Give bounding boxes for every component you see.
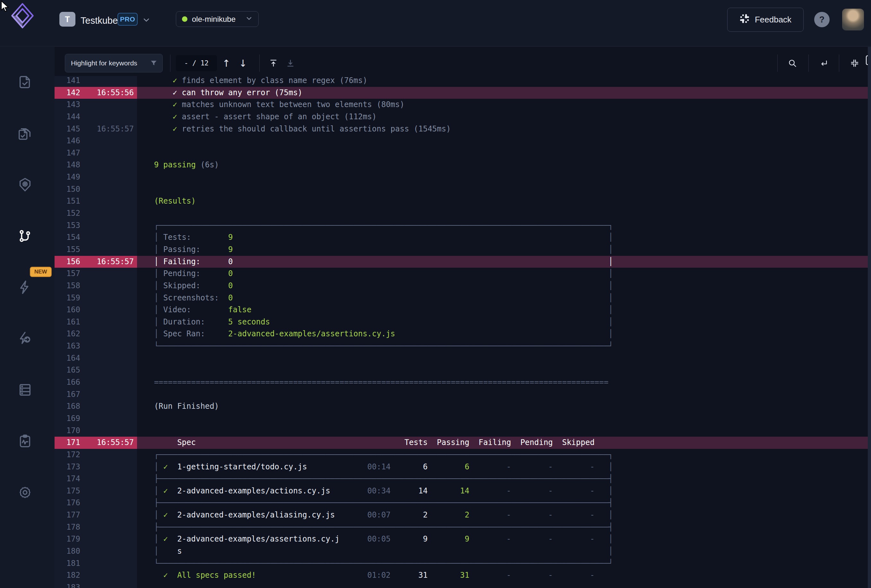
line-number[interactable]: 141 (55, 75, 80, 87)
log-line[interactable]: 164 (55, 352, 871, 364)
log-line[interactable]: 181 └───────────────────────────────────… (55, 558, 871, 570)
filter-funnel-icon[interactable] (150, 59, 158, 69)
line-number[interactable]: 164 (55, 352, 80, 364)
keyword-filter-input[interactable] (65, 54, 163, 72)
line-number[interactable]: 142 (55, 87, 80, 99)
org-chevron-down-icon[interactable] (142, 18, 150, 24)
line-number[interactable]: 160 (55, 304, 80, 316)
line-number[interactable]: 166 (55, 376, 80, 389)
line-number[interactable]: 165 (55, 364, 80, 376)
log-line[interactable]: 170 (55, 425, 871, 437)
log-line[interactable]: 163 └───────────────────────────────────… (55, 340, 871, 352)
line-number[interactable]: 145 (55, 123, 80, 135)
log-line[interactable]: 150 (55, 184, 871, 196)
line-number[interactable]: 161 (55, 316, 80, 328)
sidebar-item-test-workflows[interactable] (16, 227, 34, 245)
line-number[interactable]: 148 (55, 159, 80, 171)
log-line[interactable]: 152 (55, 207, 871, 219)
line-number[interactable]: 172 (55, 449, 80, 461)
line-number[interactable]: 168 (55, 400, 80, 413)
scroll-to-bottom-button[interactable] (282, 55, 299, 72)
line-number[interactable]: 182 (55, 569, 80, 582)
log-line[interactable]: 166 ====================================… (55, 376, 871, 389)
org-avatar[interactable]: T (59, 12, 75, 27)
line-number[interactable]: 181 (55, 558, 80, 570)
sidebar-item-executions[interactable] (16, 330, 34, 348)
feedback-button[interactable]: Feedback (727, 8, 804, 32)
log-line[interactable]: 167 (55, 389, 871, 401)
line-number[interactable]: 158 (55, 280, 80, 292)
user-avatar[interactable] (842, 9, 864, 30)
wrap-text-icon[interactable] (815, 55, 832, 72)
line-number[interactable]: 178 (55, 521, 80, 533)
line-number[interactable]: 167 (55, 389, 80, 401)
sidebar-item-settings[interactable] (16, 484, 34, 501)
log-line[interactable]: 162 │ Spec Ran: 2-advanced-examples/asse… (55, 328, 871, 340)
log-line[interactable]: 161 │ Duration: 5 seconds │ (55, 316, 871, 328)
line-number[interactable]: 146 (55, 135, 80, 147)
previous-match-button[interactable]: ↑ (218, 55, 235, 72)
log-line[interactable]: 17116:55:57 Spec Tests Passing Failing P… (55, 437, 871, 449)
environment-selector[interactable]: ole-minikube (176, 11, 259, 27)
line-number[interactable]: 150 (55, 184, 80, 196)
sidebar-item-sources[interactable] (16, 381, 34, 399)
line-number[interactable]: 170 (55, 425, 80, 437)
collapse-fullscreen-icon[interactable] (846, 55, 863, 72)
sidebar-item-triggers[interactable] (16, 278, 34, 296)
log-line[interactable]: 169 (55, 413, 871, 425)
log-line[interactable]: 180 │ s │ (55, 545, 871, 558)
log-line[interactable]: 155 │ Passing: 9 │ (55, 244, 871, 256)
line-number[interactable]: 153 (55, 219, 80, 232)
line-number[interactable]: 159 (55, 292, 80, 304)
log-line[interactable]: 147 (55, 147, 871, 159)
log-line[interactable]: 168 (Run Finished) (55, 400, 871, 413)
log-line[interactable]: 14216:55:56 ✓ can throw any error (75ms) (55, 87, 871, 99)
log-line[interactable]: 15616:55:57 │ Failing: 0 │ (55, 256, 871, 268)
scroll-to-top-button[interactable] (265, 55, 282, 72)
log-rows[interactable]: 141 ✓ finds element by class name regex … (55, 75, 871, 588)
line-number[interactable]: 155 (55, 244, 80, 256)
log-line[interactable]: 176 ├───────────────────────────────────… (55, 497, 871, 509)
log-line[interactable]: 175 │ ✓ 2-advanced-examples/actions.cy.j… (55, 485, 871, 497)
log-line[interactable]: 143 ✓ matches unknown text between two e… (55, 99, 871, 111)
log-line[interactable]: 154 │ Tests: 9 │ (55, 231, 871, 244)
log-line[interactable]: 149 (55, 171, 871, 184)
log-line[interactable]: 141 ✓ finds element by class name regex … (55, 75, 871, 87)
log-line[interactable]: 148 9 passing (6s) (55, 159, 871, 171)
line-number[interactable]: 144 (55, 111, 80, 123)
line-number[interactable]: 177 (55, 509, 80, 521)
line-number[interactable]: 163 (55, 340, 80, 352)
line-number[interactable]: 162 (55, 328, 80, 340)
next-match-button[interactable]: ↓ (234, 55, 251, 72)
log-line[interactable]: 178 ├───────────────────────────────────… (55, 521, 871, 533)
log-line[interactable]: 165 (55, 364, 871, 376)
log-line[interactable]: 144 ✓ assert - assert shape of an object… (55, 111, 871, 123)
log-line[interactable]: 172 ┌───────────────────────────────────… (55, 449, 871, 461)
line-number[interactable]: 152 (55, 207, 80, 219)
log-line[interactable]: 160 │ Video: false │ (55, 304, 871, 316)
log-line[interactable]: 14516:55:57 ✓ retries the should callbac… (55, 123, 871, 135)
log-line[interactable]: 173 │ ✓ 1-getting-started/todo.cy.js 00:… (55, 461, 871, 473)
line-number[interactable]: 149 (55, 171, 80, 184)
line-number[interactable]: 174 (55, 473, 80, 485)
search-icon[interactable] (784, 55, 801, 72)
line-number[interactable]: 176 (55, 497, 80, 509)
help-button[interactable]: ? (814, 12, 830, 27)
log-line[interactable]: 174 ├───────────────────────────────────… (55, 473, 871, 485)
sidebar-item-status-pages[interactable] (16, 432, 34, 450)
log-line[interactable]: 158 │ Skipped: 0 │ (55, 280, 871, 292)
line-number[interactable]: 183 (55, 582, 80, 588)
sidebar-item-services[interactable] (16, 176, 34, 194)
line-number[interactable]: 175 (55, 485, 80, 497)
log-line[interactable]: 157 │ Pending: 0 │ (55, 268, 871, 280)
line-number[interactable]: 156 (55, 256, 80, 268)
line-number[interactable]: 179 (55, 533, 80, 545)
line-number[interactable]: 157 (55, 268, 80, 280)
log-line[interactable]: 151 (Results) (55, 195, 871, 207)
line-number[interactable]: 154 (55, 231, 80, 244)
log-line[interactable]: 177 │ ✓ 2-advanced-examples/aliasing.cy.… (55, 509, 871, 521)
sidebar-item-tests[interactable] (16, 73, 34, 91)
line-number[interactable]: 143 (55, 99, 80, 111)
line-number[interactable]: 173 (55, 461, 80, 473)
log-line[interactable]: 183 (55, 582, 871, 588)
